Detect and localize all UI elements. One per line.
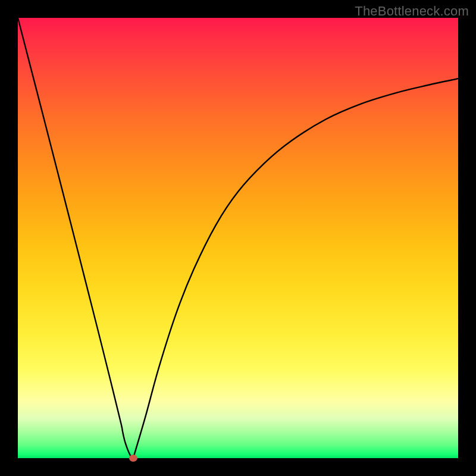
watermark-text: TheBottleneck.com (355, 4, 469, 19)
curve-right-branch (133, 79, 458, 458)
chart-svg (18, 18, 458, 458)
minimum-marker (129, 455, 137, 462)
curve-left-branch (18, 18, 133, 458)
chart-plot-area (18, 18, 458, 458)
